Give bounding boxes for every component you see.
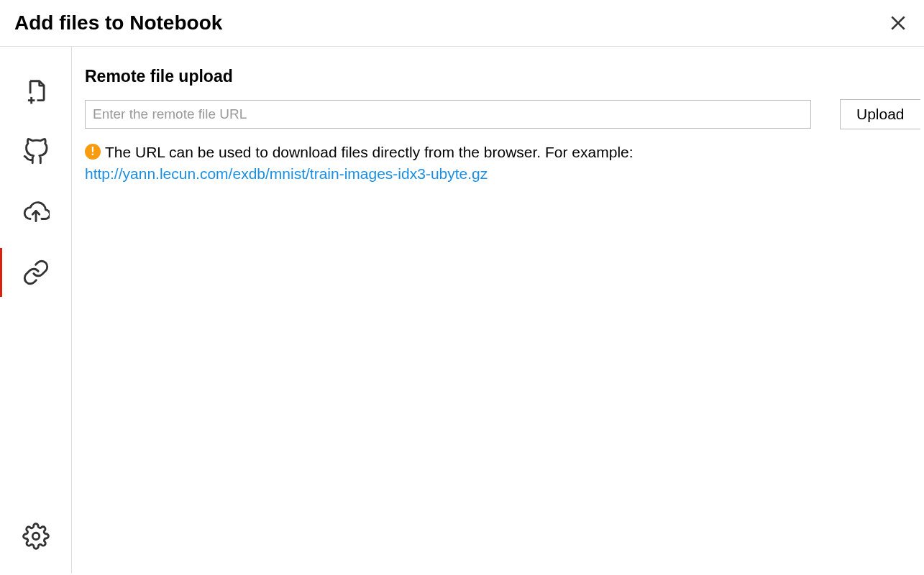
info-block: ! The URL can be used to download files … — [85, 141, 811, 183]
upload-button[interactable]: Upload — [840, 99, 920, 129]
gear-icon — [22, 523, 50, 550]
section-title: Remote file upload — [85, 67, 924, 86]
svg-point-5 — [32, 533, 40, 540]
remote-url-input[interactable] — [85, 100, 811, 129]
dialog-body: Remote file upload Upload ! The URL can … — [0, 47, 924, 574]
dialog-header: Add files to Notebook — [0, 0, 924, 47]
info-text: The URL can be used to download files di… — [105, 141, 633, 164]
main-panel: Remote file upload Upload ! The URL can … — [72, 47, 924, 574]
sidebar — [0, 47, 72, 574]
sidebar-item-cloud-upload[interactable] — [0, 182, 71, 242]
example-url-link[interactable]: http://yann.lecun.com/exdb/mnist/train-i… — [85, 165, 811, 183]
sidebar-item-link[interactable] — [0, 242, 71, 303]
github-icon — [22, 138, 50, 165]
sidebar-item-github[interactable] — [0, 121, 71, 182]
dialog-title: Add files to Notebook — [14, 12, 222, 34]
link-icon — [22, 259, 50, 286]
close-icon — [889, 14, 907, 32]
upload-row: Upload — [85, 99, 924, 129]
sidebar-item-add-file[interactable] — [0, 61, 71, 121]
file-add-icon — [22, 78, 50, 105]
warning-icon: ! — [85, 144, 101, 160]
sidebar-item-settings[interactable] — [0, 506, 71, 566]
cloud-upload-icon — [22, 198, 50, 226]
close-button[interactable] — [887, 12, 910, 34]
